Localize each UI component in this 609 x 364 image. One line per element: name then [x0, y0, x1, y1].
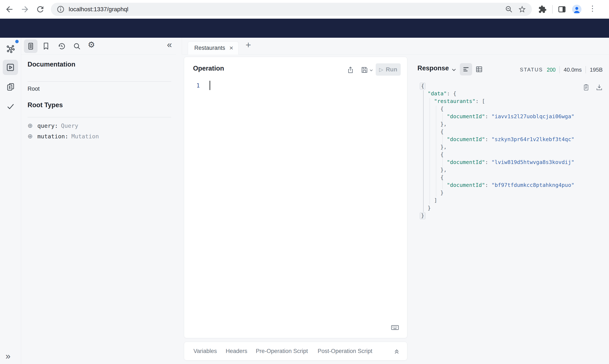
code-line: "documentId": "szkyn3pr64r1v2lkebf3t4qc"	[421, 136, 574, 143]
meta-divider	[559, 66, 560, 73]
apollo-toolbar: A SANDBOX http://localhost:1337/gra... ⚙…	[0, 19, 609, 38]
tab-pre-operation-script[interactable]: Pre-Operation Script	[256, 348, 308, 354]
reload-button[interactable]	[36, 5, 45, 14]
documentation-icon	[26, 42, 35, 51]
code-line: }	[421, 212, 574, 220]
close-tab-icon[interactable]: ×	[229, 44, 233, 52]
docs-title: Documentation	[27, 61, 76, 68]
site-info-icon[interactable]	[56, 5, 65, 13]
run-button[interactable]: ▷ Run	[376, 63, 401, 76]
response-size: 195B	[590, 66, 603, 73]
run-label: Run	[386, 66, 397, 73]
response-panel: Response STATUS 200 40.0ms 195B { "dat	[407, 57, 609, 364]
workspace: » ⚙ « Documentation Root Root Types	[0, 38, 609, 364]
keyboard-shortcuts-icon[interactable]	[390, 323, 400, 332]
code-line: "documentId": "lviw819d5htwvga8s3kovdij"	[421, 158, 574, 166]
share-operation-icon[interactable]	[347, 66, 354, 74]
url-text[interactable]: localhost:1337/graphql	[69, 6, 505, 13]
add-mutation-icon[interactable]: ⊕	[27, 133, 33, 140]
bookmark-star-icon[interactable]	[518, 5, 526, 13]
docs-root-link[interactable]: Root	[27, 86, 40, 92]
history-icon[interactable]	[57, 42, 66, 51]
forward-button[interactable]	[20, 5, 30, 14]
left-rail: »	[0, 38, 21, 364]
add-query-icon[interactable]: ⊕	[27, 122, 33, 129]
copy-response-icon[interactable]	[582, 83, 590, 91]
root-type-mutation-row[interactable]: ⊕ mutation:Mutation	[27, 133, 99, 140]
expand-dock-icon[interactable]	[393, 347, 401, 355]
divider	[27, 117, 171, 117]
tab-post-operation-script[interactable]: Post-Operation Script	[318, 348, 372, 354]
search-icon[interactable]	[72, 42, 81, 51]
schema-notification-dot	[15, 40, 19, 43]
response-table-view-icon[interactable]	[475, 65, 483, 73]
field-type[interactable]: Query	[61, 122, 78, 129]
status-label: STATUS	[520, 67, 543, 73]
code-line: {	[421, 128, 574, 136]
browser-toolbar: localhost:1337/graphql ⋮	[0, 0, 609, 19]
tab-headers[interactable]: Headers	[226, 348, 247, 354]
browser-menu-icon[interactable]: ⋮	[589, 5, 596, 12]
code-line: }	[421, 204, 574, 212]
new-tab-icon[interactable]: +	[246, 40, 251, 50]
response-list-view-icon[interactable]	[460, 63, 472, 76]
root-type-query-row[interactable]: ⊕ query:Query	[27, 122, 78, 129]
explorer-play-icon	[5, 63, 15, 72]
tab-restaurants[interactable]: Restaurants ×	[188, 41, 239, 54]
code-line: {	[421, 151, 574, 158]
divider	[27, 81, 171, 82]
explorer-tab-active[interactable]	[3, 60, 18, 75]
code-line: },	[421, 143, 574, 151]
code-line: {	[421, 174, 574, 181]
changes-diff-icon[interactable]	[6, 82, 16, 92]
url-bar[interactable]: localhost:1337/graphql	[51, 3, 532, 16]
field-name[interactable]: query:	[37, 122, 58, 129]
side-panel-icon[interactable]	[558, 5, 566, 13]
documentation-panel: ⚙ « Documentation Root Root Types ⊕ quer…	[21, 38, 176, 364]
field-name[interactable]: mutation:	[37, 133, 68, 140]
code-line: "restaurants": [	[421, 97, 574, 105]
operation-panel: Operation ▷ Run 1	[184, 57, 407, 338]
code-line: ]	[421, 197, 574, 204]
bottom-dock: Variables Headers Pre-Operation Script P…	[184, 342, 407, 360]
response-duration: 40.0ms	[564, 66, 582, 73]
docs-tab-active[interactable]	[24, 39, 38, 53]
field-type[interactable]: Mutation	[71, 133, 99, 140]
run-triangle-icon: ▷	[379, 66, 383, 73]
back-button[interactable]	[5, 5, 14, 14]
schema-graph-icon[interactable]	[5, 44, 16, 54]
bookmarks-icon[interactable]	[41, 42, 51, 51]
save-menu-chevron-icon[interactable]	[369, 68, 374, 73]
status-code: 200	[547, 67, 556, 73]
forward-icon	[20, 5, 30, 14]
tab-label: Restaurants	[194, 45, 229, 51]
operation-editor[interactable]	[193, 79, 399, 329]
root-types-title: Root Types	[27, 101, 63, 109]
code-line: {	[421, 105, 574, 113]
back-icon	[5, 5, 14, 14]
save-operation-icon[interactable]	[361, 66, 368, 74]
zoom-out-icon[interactable]	[505, 5, 513, 13]
response-menu-chevron-icon[interactable]	[451, 67, 457, 73]
response-code[interactable]: { "data": { "restaurants": [ { "document…	[421, 82, 574, 220]
code-line: },	[421, 120, 574, 128]
response-meta: STATUS 200 40.0ms 195B	[520, 66, 603, 73]
code-line: {	[421, 82, 574, 90]
response-title: Response	[417, 65, 449, 72]
meta-divider	[585, 66, 586, 73]
toolbar-divider	[552, 5, 553, 13]
extensions-icon[interactable]	[538, 5, 547, 13]
operation-tabstrip: Restaurants × +	[182, 38, 609, 54]
checklist-icon[interactable]	[6, 102, 16, 112]
expand-rail-icon[interactable]: »	[5, 352, 10, 361]
profile-avatar[interactable]	[572, 5, 582, 14]
reload-icon	[36, 5, 45, 14]
tab-variables[interactable]: Variables	[194, 348, 217, 354]
code-line: "documentId": "iavv1s2l27uoblqcjai06wga"	[421, 113, 574, 120]
download-response-icon[interactable]	[596, 83, 603, 91]
code-line: "data": {	[421, 90, 574, 97]
settings-gear-icon[interactable]: ⚙	[88, 41, 97, 50]
operation-title: Operation	[193, 65, 224, 72]
collapse-docs-icon[interactable]: «	[167, 40, 172, 49]
docs-toolbar: ⚙ «	[21, 38, 176, 54]
